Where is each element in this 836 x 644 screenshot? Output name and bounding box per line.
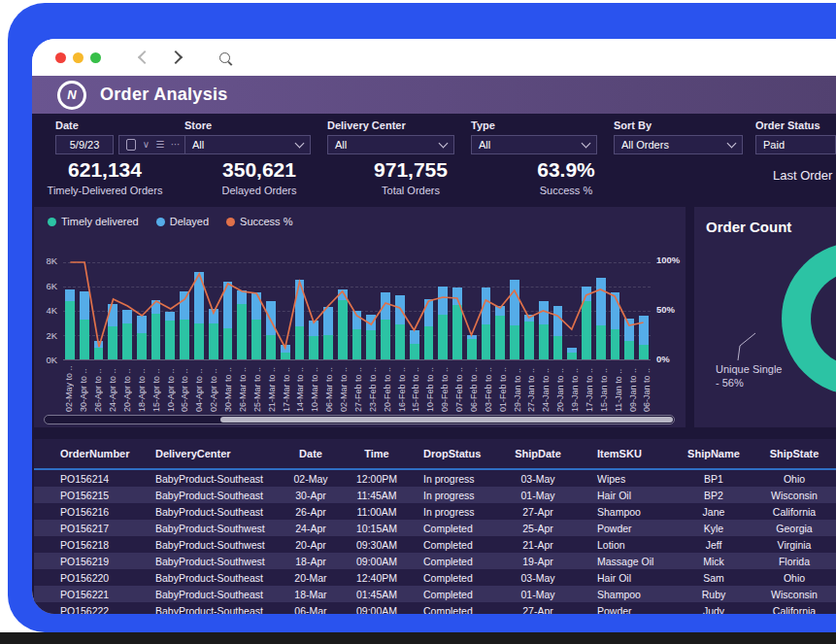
table-cell: California [752, 506, 836, 518]
date-input[interactable]: 5/9/23 [55, 135, 114, 154]
bar-group[interactable] [65, 289, 75, 360]
bar-group[interactable] [452, 288, 462, 359]
bar-group[interactable] [266, 301, 276, 359]
bar-group[interactable] [237, 290, 247, 359]
bar-group[interactable] [539, 301, 549, 359]
order-count-donut-chart[interactable] [782, 242, 836, 395]
table-cell: 02-May [282, 473, 340, 485]
kpi-value: 621,134 [42, 158, 168, 182]
x-axis-label: 11-Jan to .. [614, 363, 623, 412]
bar-group[interactable] [395, 295, 405, 359]
column-header[interactable]: Time [340, 448, 414, 459]
chevron-icon[interactable]: ∨ [143, 140, 150, 150]
bar-group[interactable] [424, 299, 434, 360]
bar-group[interactable] [323, 307, 333, 359]
column-header[interactable]: OrderNumber [34, 448, 146, 459]
table-row[interactable]: PO156214BabyProduct-Southeast02-May12:00… [34, 470, 836, 487]
bar-group[interactable] [223, 282, 233, 359]
table-cell: In progress [414, 506, 498, 518]
bar-group[interactable] [309, 321, 318, 359]
type-select[interactable]: All [471, 135, 597, 154]
bar-group[interactable] [137, 316, 147, 359]
table-row[interactable]: PO156218BabyProduct-Southwest20-Apr09:30… [34, 536, 836, 553]
chart-horizontal-scrollbar[interactable] [44, 415, 675, 424]
bar-group[interactable] [438, 287, 448, 359]
bar-group[interactable] [410, 330, 419, 359]
kpi-value: 350,621 [196, 158, 322, 182]
bar-group[interactable] [108, 304, 117, 360]
legend-dot-icon [156, 218, 165, 226]
store-select[interactable]: All [184, 135, 311, 154]
scrollbar-thumb[interactable] [220, 417, 673, 423]
bar-group[interactable] [467, 335, 477, 359]
table-cell: Lotion [578, 539, 675, 551]
more-options-icon[interactable]: ⋯ [171, 140, 181, 150]
delayed-segment [295, 280, 305, 327]
bar-group[interactable] [165, 312, 175, 359]
column-header[interactable]: DeliveryCenter [146, 448, 282, 459]
bar-group[interactable] [624, 319, 634, 360]
forward-icon[interactable] [169, 51, 183, 64]
bar-group[interactable] [194, 272, 204, 359]
bar-group[interactable] [582, 287, 591, 359]
bar-group[interactable] [567, 348, 577, 360]
sort-by-select[interactable]: All Orders [614, 135, 743, 154]
minimize-window-button[interactable] [73, 52, 84, 63]
bar-group[interactable] [553, 306, 563, 359]
legend-item[interactable]: Success % [226, 216, 292, 227]
column-header[interactable]: Date [282, 448, 340, 459]
bar-group[interactable] [381, 292, 390, 359]
column-header[interactable]: ShipName [675, 448, 752, 459]
column-header[interactable]: DropStatus [414, 448, 498, 459]
delayed-segment [65, 289, 75, 302]
column-header[interactable]: ShipDate [498, 448, 578, 459]
bar-group[interactable] [639, 316, 649, 359]
search-icon[interactable] [219, 52, 230, 63]
bar-group[interactable] [338, 289, 348, 360]
table-row[interactable]: PO156216BabyProduct-Southeast26-Apr11:00… [34, 503, 836, 520]
bar-group[interactable] [596, 278, 606, 359]
delivery-center-value: All [335, 139, 347, 151]
x-axis-label: 29-Jan to .. [513, 363, 522, 412]
bar-group[interactable] [94, 341, 104, 359]
bar-group[interactable] [495, 306, 505, 359]
legend-item[interactable]: Delayed [156, 216, 209, 227]
bar-group[interactable] [281, 345, 290, 359]
table-row[interactable]: PO156221BabyProduct-Southeast18-Mar01:45… [34, 586, 836, 602]
bar-group[interactable] [611, 292, 620, 359]
bar-group[interactable] [251, 292, 261, 359]
back-icon[interactable] [138, 51, 151, 64]
bar-group[interactable] [209, 309, 218, 360]
bar-group[interactable] [180, 291, 189, 359]
x-axis-label: 18-Apr to .. [137, 363, 147, 412]
bar-group[interactable] [80, 291, 89, 359]
bar-group[interactable] [151, 300, 161, 359]
bar-group[interactable] [295, 280, 305, 360]
type-value: All [479, 139, 490, 151]
y-axis-tick: 2K [34, 330, 57, 341]
column-header[interactable]: ShipState [752, 448, 836, 459]
table-row[interactable]: PO156215BabyProduct-Southeast30-Apr11:45… [34, 487, 836, 503]
bar-group[interactable] [122, 310, 132, 359]
x-axis-label: 25-Mar to .. [252, 363, 262, 412]
bar-group[interactable] [366, 315, 376, 359]
bar-group[interactable] [524, 315, 534, 359]
delivery-center-select[interactable]: All [327, 135, 454, 154]
bar-group[interactable] [352, 311, 362, 359]
bar-group[interactable] [482, 288, 491, 359]
calendar-icon[interactable] [126, 139, 136, 151]
column-header[interactable]: ItemSKU [578, 448, 675, 459]
filter-lines-icon[interactable]: ☰ [155, 140, 164, 150]
table-row[interactable]: PO156219BabyProduct-Southwest18-Apr09:00… [34, 553, 836, 569]
table-row[interactable]: PO156222BabyProduct-Southeast06-Mar09:00… [34, 602, 836, 614]
close-window-button[interactable] [55, 52, 66, 63]
table-row[interactable]: PO156217BabyProduct-Southwest24-Apr10:15… [34, 520, 836, 536]
x-axis-label: 19-Jan to .. [571, 363, 581, 412]
table-row[interactable]: PO156220BabyProduct-Southeast20-Mar12:40… [34, 569, 836, 586]
bar-group[interactable] [510, 280, 519, 360]
table-cell: Ruby [675, 589, 752, 600]
order-status-select[interactable]: Paid [755, 135, 836, 154]
legend-item[interactable]: Timely delivered [48, 216, 139, 227]
maximize-window-button[interactable] [90, 52, 101, 63]
delayed-segment [395, 295, 405, 324]
